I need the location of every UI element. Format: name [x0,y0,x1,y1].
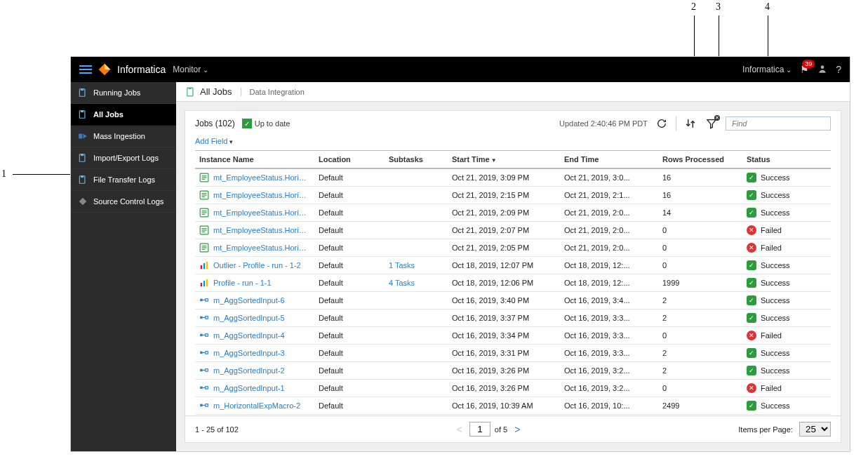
table-row[interactable]: mt_EmployeeStatus.HorizMa...DefaultOct 2… [195,222,831,239]
user-icon[interactable] [817,64,827,76]
end-time-cell: Oct 16, 2019, 3:3... [560,309,658,327]
refresh-icon[interactable] [655,116,669,131]
brand-name: Informatica [117,64,166,75]
instance-link[interactable]: m_AggSortedInput-3 [213,349,285,357]
svg-rect-54 [206,352,208,354]
jobs-table: Instance NameLocationSubtasksStart TimeE… [195,150,831,415]
col-end-time[interactable]: End Time [560,151,658,169]
sidebar-item-source-control-logs[interactable]: Source Control Logs [71,191,176,213]
sidebar-item-all-jobs[interactable]: All Jobs [71,104,176,126]
svg-rect-42 [206,279,208,287]
table-row[interactable]: mt_EmployeeStatus.HorizMa...DefaultOct 2… [195,187,831,204]
table-row[interactable]: m_AggSortedInput-2DefaultOct 16, 2019, 3… [195,362,831,380]
rows-processed-cell: 0 [658,327,742,345]
end-time-cell: Oct 16, 2019, 3:2... [560,362,658,380]
end-time-cell: Oct 18, 2019, 12:... [560,274,658,292]
menu-icon[interactable] [79,65,92,74]
page-title-text: All Jobs [200,86,232,97]
table-row[interactable]: mt_EmployeeStatus.HorizMa...DefaultOct 2… [195,168,831,187]
col-location[interactable]: Location [314,151,385,169]
location-cell: Default [314,257,385,274]
instance-link[interactable]: Outlier - Profile - run - 1-2 [213,261,301,269]
instance-link[interactable]: m_AggSortedInput-1 [213,384,285,392]
instance-link[interactable]: Profile - run - 1-1 [213,279,272,287]
table-row[interactable]: mt_EmployeeStatus.HorizMa...DefaultOct 2… [195,239,831,257]
col-instance-name[interactable]: Instance Name [195,151,314,169]
add-field-button[interactable]: Add Field [195,137,233,145]
table-row[interactable]: m_AggSortedInput-1DefaultOct 16, 2019, 3… [195,380,831,397]
subtasks-link[interactable]: 1 Tasks [389,261,415,269]
start-time-cell: Oct 21, 2019, 3:09 PM [448,168,560,187]
col-subtasks[interactable]: Subtasks [385,151,448,169]
sidebar-item-import-export-logs[interactable]: Import/Export Logs [71,147,176,169]
job-type-icon [199,313,209,323]
instance-link[interactable]: m_AggSortedInput-6 [213,296,285,305]
svg-rect-55 [200,369,203,372]
status-cell: ✓Success [747,208,827,218]
sidebar-item-label: Running Jobs [93,88,140,97]
end-time-cell: Oct 16, 2019, 3:2... [560,380,658,397]
instance-link[interactable]: mt_EmployeeStatus.HorizMa... [213,173,310,182]
svg-rect-43 [200,299,203,302]
svg-rect-41 [203,281,205,286]
filter-icon[interactable]: ✕ [705,116,719,131]
sidebar-item-mass-ingestion[interactable]: Mass Ingestion [71,126,176,147]
col-status[interactable]: Status [742,151,831,169]
instance-link[interactable]: mt_EmployeeStatus.HorizMa... [213,244,310,252]
job-type-icon [199,190,209,200]
svg-rect-60 [206,387,208,390]
last-updated: Updated 2:40:46 PM PDT [559,119,648,128]
location-cell: Default [314,274,385,292]
callout-3: 3 [716,1,721,13]
help-icon[interactable]: ? [836,64,841,75]
table-row[interactable]: Profile - run - 1-1Default4 TasksOct 18,… [195,274,831,292]
sidebar-item-running-jobs[interactable]: Running Jobs [71,82,176,104]
status-cell: ✕Failed [747,225,827,235]
success-icon: ✓ [747,260,756,270]
page-input[interactable] [469,422,490,437]
status-cell: ✕Failed [747,331,827,340]
col-start-time[interactable]: Start Time [448,151,560,169]
subtasks-link[interactable]: 4 Tasks [389,279,415,287]
nav-icon [78,175,88,185]
location-cell: Default [314,292,385,309]
instance-link[interactable]: m_HorizontalExpMacro-2 [213,401,300,410]
instance-link[interactable]: mt_EmployeeStatus.HorizMa... [213,191,310,199]
find-input[interactable] [726,116,831,131]
instance-link[interactable]: m_AggSortedInput-5 [213,314,285,322]
module-selector[interactable]: Monitor [173,65,208,74]
sidebar-item-file-transfer-logs[interactable]: File Transfer Logs [71,169,176,191]
rows-processed-cell: 16 [658,187,742,204]
items-per-page: Items per Page: 25 [738,422,831,437]
table-row[interactable]: m_AggSortedInput-3DefaultOct 16, 2019, 3… [195,345,831,362]
instance-link[interactable]: mt_EmployeeStatus.HorizMa... [213,208,310,217]
instance-link[interactable]: mt_EmployeeStatus.HorizMa... [213,226,310,234]
next-page-button[interactable]: > [512,424,523,435]
table-row[interactable]: mt_EmployeeStatus.HorizMa...DefaultOct 2… [195,204,831,222]
status-cell: ✓Success [747,295,827,305]
table-row[interactable]: m_AggSortedInput-6DefaultOct 16, 2019, 3… [195,292,831,309]
col-rows-processed[interactable]: Rows Processed [658,151,742,169]
svg-rect-4 [81,89,84,91]
callout-1: 1 [1,168,6,180]
table-row[interactable]: m_HorizontalExpMacro-2DefaultOct 16, 201… [195,397,831,415]
table-row[interactable]: Outlier - Profile - run - 1-2Default1 Ta… [195,257,831,274]
callout-4: 4 [765,1,770,13]
job-type-icon [199,208,209,218]
svg-rect-6 [81,111,84,112]
svg-rect-58 [200,387,203,390]
instance-link[interactable]: m_AggSortedInput-2 [213,366,285,375]
location-cell: Default [314,204,385,222]
prev-page-button[interactable]: < [454,424,465,435]
notifications-button[interactable]: ⚑ 39 [800,64,809,75]
sort-icon[interactable] [683,116,697,131]
table-row[interactable]: m_AggSortedInput-4DefaultOct 16, 2019, 3… [195,327,831,345]
org-selector[interactable]: Informatica [742,65,792,74]
instance-link[interactable]: m_AggSortedInput-4 [213,331,285,340]
job-type-icon [199,383,209,393]
items-per-page-select[interactable]: 25 [799,422,831,437]
success-icon: ✓ [747,401,756,411]
start-time-cell: Oct 16, 2019, 3:37 PM [448,309,560,327]
table-row[interactable]: m_AggSortedInput-5DefaultOct 16, 2019, 3… [195,309,831,327]
svg-rect-61 [200,404,203,407]
